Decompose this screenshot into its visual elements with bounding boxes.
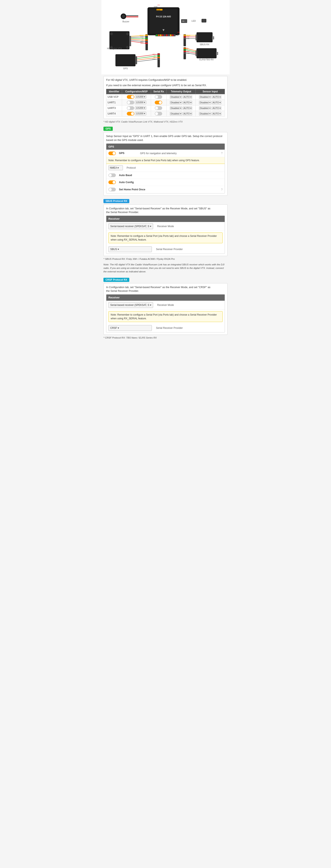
gps-note-box: Note: Remember to configure a Serial Por… xyxy=(106,157,225,164)
info-note2: If you need to use the external receiver… xyxy=(106,84,225,87)
serial-toggle[interactable] xyxy=(155,112,162,116)
crsf-receiver-mode-label: Receiver Mode xyxy=(157,303,174,307)
sbus-receiver-select[interactable]: Serial-based receiver (SPEKSAT, S ▾ xyxy=(108,223,153,229)
row-config[interactable]: 115200 ▾ xyxy=(122,111,151,117)
sensor-auto-select[interactable]: AUTO ▾ xyxy=(212,95,221,99)
svg-rect-33 xyxy=(158,57,160,58)
sbus-description: In Configuration tab, set "Serial-based … xyxy=(106,207,225,215)
svg-rect-11 xyxy=(145,36,148,37)
svg-rect-54 xyxy=(126,15,138,16)
telem-select[interactable]: Disabled ▾ xyxy=(170,101,182,104)
gps-protocol-select[interactable]: NMEA ▾ xyxy=(108,165,123,170)
sbus-note-box: Note: Remember to configure a Serial Por… xyxy=(108,232,223,243)
serial-toggle[interactable] xyxy=(155,106,162,110)
svg-point-62 xyxy=(126,46,129,49)
gps-autobaud-toggle[interactable] xyxy=(108,174,116,177)
svg-rect-13 xyxy=(145,38,148,39)
row-serial[interactable] xyxy=(151,105,167,111)
telem-auto-select[interactable]: AUTO ▾ xyxy=(183,106,192,110)
telem-auto-select[interactable]: AUTO ▾ xyxy=(183,112,192,116)
gps-toggle[interactable] xyxy=(108,152,116,155)
sensor-auto-select[interactable]: AUTO ▾ xyxy=(212,101,221,104)
crsf-provider-select[interactable]: CRSF ▾ xyxy=(108,325,152,331)
gps-sethome-toggle[interactable] xyxy=(108,188,116,191)
svg-rect-98 xyxy=(158,34,160,36)
gps-panel-header: GPS xyxy=(106,144,225,150)
row-config[interactable]: 115200 ▾ xyxy=(122,94,151,100)
crsf-receiver-select[interactable]: Serial-based receiver (SPEKSAT, S ▾ xyxy=(108,302,153,308)
baud-select[interactable]: 115200 ▾ xyxy=(135,112,146,115)
gps-inner: GPS GPS GPS for navigation and telemetry… xyxy=(106,144,225,193)
row-serial[interactable] xyxy=(151,94,167,100)
svg-point-59 xyxy=(110,32,113,35)
gps-toggle-row: GPS GPS for navigation and telemetry ? xyxy=(106,150,225,157)
sensor-auto-select[interactable]: AUTO ▾ xyxy=(212,112,221,116)
baud-select[interactable]: 115200 ▾ xyxy=(135,101,146,104)
table-row: UART4115200 ▾Disabled ▾ AUTO ▾Disabled ▾… xyxy=(106,111,225,117)
config-toggle[interactable] xyxy=(127,106,134,110)
svg-text:HD Digital VTX: HD Digital VTX xyxy=(107,47,122,50)
svg-rect-55 xyxy=(126,17,138,18)
col-sensor: Sensor Input xyxy=(195,89,225,94)
svg-rect-76 xyxy=(116,55,135,65)
info-box: For HD digital VTX, UART4 requires Confi… xyxy=(104,76,227,119)
config-toggle[interactable] xyxy=(127,112,134,116)
sensor-auto-select[interactable]: AUTO ▾ xyxy=(212,106,221,110)
sensor-select[interactable]: Disabled ▾ xyxy=(199,112,212,116)
table-row: USB VCP115200 ▾Disabled ▾ AUTO ▾Disabled… xyxy=(106,94,225,100)
crsf-inner: Receiver Serial-based receiver (SPEKSAT,… xyxy=(106,294,225,333)
row-identifier: UART4 xyxy=(106,111,122,117)
svg-rect-73 xyxy=(216,52,218,55)
telem-auto-select[interactable]: AUTO ▾ xyxy=(183,95,192,99)
svg-rect-66 xyxy=(197,33,212,42)
telem-select[interactable]: Disabled ▾ xyxy=(170,106,182,110)
crsf-receiver-mode-row: Serial-based receiver (SPEKSAT, S ▾ Rece… xyxy=(106,301,225,310)
serial-toggle[interactable] xyxy=(155,95,162,99)
sensor-select[interactable]: Disabled ▾ xyxy=(199,95,212,99)
row-sensor[interactable]: Disabled ▾ AUTO ▾ xyxy=(195,94,225,100)
baud-select[interactable]: 115200 ▾ xyxy=(135,106,146,110)
config-toggle[interactable] xyxy=(127,95,134,99)
svg-rect-103 xyxy=(168,34,170,36)
row-telemetry[interactable]: Disabled ▾ AUTO ▾ xyxy=(167,94,196,100)
baud-select[interactable]: 115200 ▾ xyxy=(135,95,146,99)
table-row: UART1115200 ▾Disabled ▾ AUTO ▾Disabled ▾… xyxy=(106,100,225,105)
gps-autoconfig-toggle[interactable] xyxy=(108,180,116,184)
row-serial[interactable] xyxy=(151,100,167,105)
svg-rect-97 xyxy=(156,34,158,36)
row-config[interactable]: 115200 ▾ xyxy=(122,105,151,111)
telem-select[interactable]: Disabled ▾ xyxy=(170,112,182,116)
svg-text:GND: GND xyxy=(154,6,158,8)
svg-rect-15 xyxy=(145,39,148,41)
gps-help-icon[interactable]: ? xyxy=(221,151,223,155)
row-config[interactable]: 115200 ▾ xyxy=(122,100,151,105)
row-sensor[interactable]: Disabled ▾ AUTO ▾ xyxy=(195,105,225,111)
sbus-badge-label: SBUS Protocol RX xyxy=(104,199,129,203)
svg-rect-102 xyxy=(166,34,168,36)
sensor-select[interactable]: Disabled ▾ xyxy=(199,106,212,110)
svg-rect-77 xyxy=(135,56,137,64)
row-telemetry[interactable]: Disabled ▾ AUTO ▾ xyxy=(167,100,196,105)
row-telemetry[interactable]: Disabled ▾ AUTO ▾ xyxy=(167,105,196,111)
row-sensor[interactable]: Disabled ▾ AUTO ▾ xyxy=(195,100,225,105)
crsf-provider-row: CRSF ▾ Serial Receiver Provider xyxy=(106,323,225,332)
row-serial[interactable] xyxy=(151,111,167,117)
row-telemetry[interactable]: Disabled ▾ AUTO ▾ xyxy=(167,111,196,117)
svg-rect-31 xyxy=(158,55,160,56)
svg-text:GPS: GPS xyxy=(123,67,128,70)
telem-auto-select[interactable]: AUTO ▾ xyxy=(183,101,192,104)
sbus-provider-select[interactable]: SBUS ▾ xyxy=(108,246,152,252)
serial-toggle[interactable] xyxy=(155,101,162,104)
gps-badge-label: GPS xyxy=(104,127,113,131)
sbus-receiver-mode-label: Receiver Mode xyxy=(157,224,174,228)
gps-row-label: GPS xyxy=(119,151,138,155)
telem-select[interactable]: Disabled ▾ xyxy=(170,95,182,99)
gps-sethome-help-icon[interactable]: ? xyxy=(221,187,223,192)
svg-rect-51 xyxy=(202,19,205,22)
crsf-note-text: Note: Remember to configure a Serial Por… xyxy=(111,313,217,320)
svg-rect-29 xyxy=(158,54,160,55)
svg-text:ELRS/TBS RX: ELRS/TBS RX xyxy=(199,58,214,61)
row-sensor[interactable]: Disabled ▾ AUTO ▾ xyxy=(195,111,225,117)
sensor-select[interactable]: Disabled ▾ xyxy=(199,101,212,104)
config-toggle[interactable] xyxy=(127,101,134,104)
